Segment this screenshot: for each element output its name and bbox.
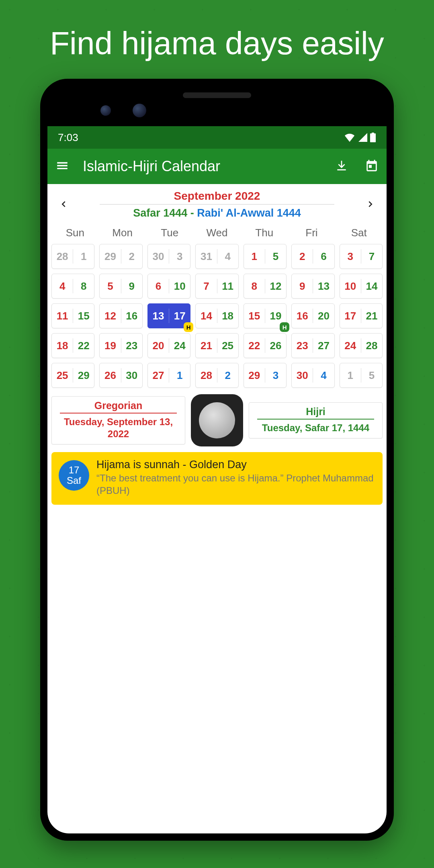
app-title: Islamic-Hijri Calendar [83,158,326,175]
calendar-day-cell[interactable]: 271 [147,363,190,388]
download-icon[interactable] [335,159,348,174]
hijri-day: 18 [217,310,238,322]
wifi-icon [344,133,355,142]
calendar-day-cell[interactable]: 1317H [147,303,190,328]
calendar-day-cell[interactable]: 1620 [291,303,334,328]
gregorian-day: 17 [340,310,361,322]
gregorian-day: 24 [340,340,361,352]
gregorian-day: 16 [292,310,313,322]
gregorian-day: 12 [100,310,121,322]
today-icon[interactable] [365,159,379,174]
calendar-day-cell[interactable]: 812 [244,274,287,299]
calendar-day-cell[interactable]: 304 [291,363,334,388]
calendar-day-cell[interactable]: 1923 [99,333,142,358]
banner-text: Hijama is sunnah - Golden Day “The best … [96,459,375,497]
hijri-day: 20 [313,310,334,322]
calendar-day-cell[interactable]: 2226 [244,333,287,358]
weekday-row: SunMonTueWedThuFriSat [47,223,387,242]
banner-date-badge: 17 Saf [59,460,89,491]
weekday-label: Sat [335,227,383,239]
gregorian-day: 26 [100,369,121,382]
gregorian-day: 28 [196,369,217,382]
hijri-day: 30 [121,369,142,382]
month-divider [100,204,334,205]
hijri-date-value: Tuesday, Safar 17, 1444 [252,422,380,434]
calendar-day-cell[interactable]: 2024 [147,333,190,358]
gregorian-day: 27 [148,369,169,382]
phone-frame: 7:03 Islamic-Hijri Calendar [40,79,394,841]
calendar-day-cell[interactable]: 293 [244,363,287,388]
calendar-day-cell[interactable]: 1014 [340,274,383,299]
phone-screen: 7:03 Islamic-Hijri Calendar [47,126,387,833]
gregorian-day: 29 [100,250,121,263]
calendar-day-cell[interactable]: 282 [195,363,238,388]
hijri-day: 7 [361,250,382,263]
hijri-day: 16 [121,310,142,322]
calendar-day-cell[interactable]: 1519H [244,303,287,328]
weekday-label: Fri [288,227,336,239]
gregorian-date-value: Tuesday, September 13, 2022 [54,416,182,440]
gregorian-day: 19 [100,340,121,352]
date-info-row: Gregorian Tuesday, September 13, 2022 Hi… [47,393,387,451]
hijri-day: 11 [217,280,238,293]
hijri-day: 29 [73,369,94,382]
gregorian-label: Gregorian [60,400,177,414]
weekday-label: Tue [146,227,193,239]
hijri-day: 4 [217,250,238,263]
hijama-banner[interactable]: 17 Saf Hijama is sunnah - Golden Day “Th… [51,452,383,505]
calendar-day-cell[interactable]: 2529 [51,363,94,388]
calendar-day-cell[interactable]: 610 [147,274,190,299]
menu-icon[interactable] [55,159,69,174]
calendar-day-cell[interactable]: 26 [291,244,334,269]
calendar-day-cell[interactable]: 1822 [51,333,94,358]
gregorian-day: 6 [148,280,169,293]
hijri-day: 12 [265,280,286,293]
calendar-day-cell[interactable]: 1721 [340,303,383,328]
calendar-day-cell[interactable]: 281 [51,244,94,269]
status-bar: 7:03 [47,126,387,149]
hijri-day: 3 [265,369,286,382]
hijri-day: 19 [265,310,286,322]
calendar-day-cell[interactable]: 37 [340,244,383,269]
calendar-day-cell[interactable]: 1115 [51,303,94,328]
hijri-day: 13 [313,280,334,293]
hijri-day: 23 [121,340,142,352]
calendar-day-cell[interactable]: 292 [99,244,142,269]
hijri-day: 8 [73,280,94,293]
gregorian-day: 23 [292,340,313,352]
gregorian-day: 1 [340,369,361,382]
calendar-day-cell[interactable]: 303 [147,244,190,269]
gregorian-day: 29 [244,369,265,382]
gregorian-day: 14 [196,310,217,322]
calendar-day-cell[interactable]: 59 [99,274,142,299]
hijri-day: 14 [361,280,382,293]
calendar-day-cell[interactable]: 15 [244,244,287,269]
calendar-day-cell[interactable]: 2125 [195,333,238,358]
banner-day: 17 [69,465,80,475]
next-month-button[interactable] [362,198,379,211]
calendar-day-cell[interactable]: 48 [51,274,94,299]
calendar-day-cell[interactable]: 2327 [291,333,334,358]
calendar-day-cell[interactable]: 1418 [195,303,238,328]
calendar-day-cell[interactable]: 2428 [340,333,383,358]
gregorian-day: 4 [52,280,73,293]
battery-icon [370,133,376,142]
gregorian-day: 20 [148,340,169,352]
hijri-day: 3 [169,250,190,263]
month-header: September 2022 Safar 1444 - Rabi' Al-Aww… [47,184,387,223]
moon-phase[interactable] [191,394,243,446]
calendar-day-cell[interactable]: 2630 [99,363,142,388]
gregorian-day: 30 [292,369,313,382]
calendar-day-cell[interactable]: 913 [291,274,334,299]
hijri-day: 6 [313,250,334,263]
gregorian-day: 25 [52,369,73,382]
prev-month-button[interactable] [55,198,72,211]
calendar-day-cell[interactable]: 314 [195,244,238,269]
hijri-day: 25 [217,340,238,352]
hijri-day: 24 [169,340,190,352]
calendar-day-cell[interactable]: 711 [195,274,238,299]
calendar-day-cell[interactable]: 1216 [99,303,142,328]
calendar-day-cell[interactable]: 15 [340,363,383,388]
gregorian-day: 9 [292,280,313,293]
hijri-day: 17 [169,310,190,322]
